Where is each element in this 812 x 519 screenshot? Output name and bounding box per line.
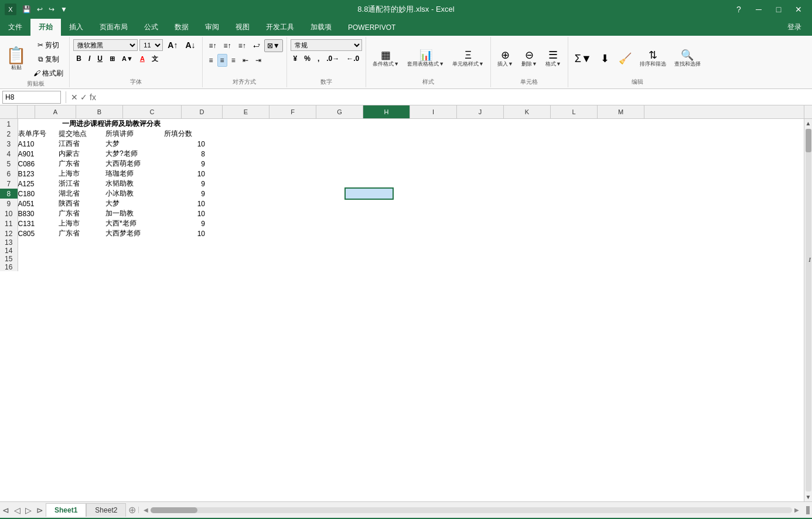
login-button[interactable]: 登录 [782,20,807,35]
table-cell[interactable] [533,119,580,129]
table-cell[interactable] [580,169,627,179]
sheet-tab-sheet1[interactable]: Sheet1 [46,503,86,517]
table-cell[interactable] [533,159,580,169]
table-cell[interactable] [252,149,299,159]
table-cell[interactable] [299,159,346,169]
h-scroll-thumb[interactable] [151,507,197,513]
table-cell[interactable] [393,149,439,159]
name-box[interactable]: H8 [2,91,61,104]
table-cell[interactable] [205,209,252,218]
table-cell[interactable] [346,149,393,159]
col-header-e[interactable]: E [223,105,269,118]
table-cell[interactable] [105,255,164,263]
table-cell[interactable] [346,247,393,255]
table-cell[interactable] [346,189,393,199]
table-cell[interactable] [299,189,346,199]
table-cell[interactable]: A125 [18,179,59,189]
table-cell[interactable] [486,209,533,218]
table-cell[interactable] [439,149,486,159]
table-cell[interactable] [533,149,580,159]
table-cell[interactable] [439,228,486,238]
row-header[interactable]: 10 [0,209,18,218]
table-cell[interactable]: 上海市 [59,169,105,179]
table-cell[interactable]: 大梦 [105,199,164,209]
table-cell[interactable] [393,247,439,255]
table-cell[interactable] [580,209,627,218]
table-cell[interactable] [580,199,627,209]
merge-center-btn[interactable]: ⊠▼ [264,39,283,52]
table-cell[interactable]: C180 [18,189,59,199]
table-cell[interactable] [346,238,393,247]
split-horizontal[interactable] [806,506,810,514]
copy-button[interactable]: ⧉ 复制 [31,53,66,66]
tab-powerpivot[interactable]: POWERPIVOT [340,19,404,36]
table-cell[interactable] [299,169,346,179]
table-cell[interactable] [252,179,299,189]
table-cell[interactable] [346,139,393,149]
table-cell[interactable] [486,159,533,169]
table-cell[interactable] [164,255,205,263]
table-cell[interactable] [299,179,346,189]
row-header[interactable]: 5 [0,159,18,169]
table-cell[interactable]: A901 [18,149,59,159]
table-cell[interactable] [252,255,299,263]
table-cell[interactable] [252,169,299,179]
table-cell[interactable] [533,228,580,238]
table-cell[interactable] [346,263,393,271]
table-cell[interactable]: 9 [164,179,205,189]
tab-home[interactable]: 开始 [30,19,61,36]
align-right-btn[interactable]: ≡ [228,54,238,67]
table-cell[interactable] [533,179,580,189]
autosum-btn[interactable]: Σ▼ [572,45,595,73]
table-cell[interactable] [486,149,533,159]
table-cell[interactable] [18,238,59,247]
row-header[interactable]: 3 [0,139,18,149]
table-cell[interactable] [205,179,252,189]
cell-styles-btn[interactable]: Ξ 单元格样式▼ [449,45,487,73]
comma-btn[interactable]: , [315,53,322,64]
increase-font-btn[interactable]: A↑ [165,39,180,51]
col-header-j[interactable]: J [457,105,504,118]
table-cell[interactable] [393,129,439,139]
table-cell[interactable] [299,238,346,247]
col-header-m[interactable]: M [598,105,644,118]
table-cell[interactable]: 10 [164,209,205,218]
table-cell[interactable] [533,199,580,209]
confirm-formula-icon[interactable]: ✓ [80,93,87,102]
row-header[interactable]: 13 [0,238,18,247]
table-cell[interactable] [486,218,533,228]
table-cell[interactable] [393,228,439,238]
table-cell[interactable]: 8 [164,149,205,159]
table-cell[interactable] [439,129,486,139]
clear-btn[interactable]: 🧹 [616,45,634,73]
table-cell[interactable] [439,189,486,199]
table-cell[interactable] [252,209,299,218]
table-cell[interactable]: 一周进步课程讲师及助教评分表 [18,119,205,129]
row-header[interactable]: 2 [0,129,18,139]
table-cell[interactable] [205,247,252,255]
minimize-btn[interactable]: ─ [750,4,767,15]
table-cell[interactable] [205,189,252,199]
table-cell[interactable] [205,263,252,271]
table-cell[interactable] [393,189,439,199]
col-header-c[interactable]: C [123,105,182,118]
table-cell[interactable] [393,255,439,263]
sheet-nav-last[interactable]: ⊳ [34,504,46,516]
maximize-btn[interactable]: □ [770,4,787,15]
col-header-b[interactable]: B [76,105,123,118]
table-cell[interactable] [580,119,627,129]
fill-color-button[interactable]: A▼ [119,53,136,64]
col-header-h[interactable]: H [363,105,410,118]
table-cell[interactable] [105,263,164,271]
col-header-a[interactable]: A [35,105,76,118]
table-cell[interactable] [252,139,299,149]
table-cell[interactable] [18,255,59,263]
table-cell[interactable] [59,255,105,263]
col-header-g[interactable]: G [316,105,363,118]
table-cell[interactable] [346,129,393,139]
table-cell[interactable] [252,238,299,247]
table-cell[interactable] [299,247,346,255]
table-cell[interactable]: B830 [18,209,59,218]
table-cell[interactable] [486,199,533,209]
grid-scroll[interactable]: 1一周进步课程讲师及助教评分表2表单序号提交地点所填讲师所填分数3A110江西省… [0,119,804,501]
